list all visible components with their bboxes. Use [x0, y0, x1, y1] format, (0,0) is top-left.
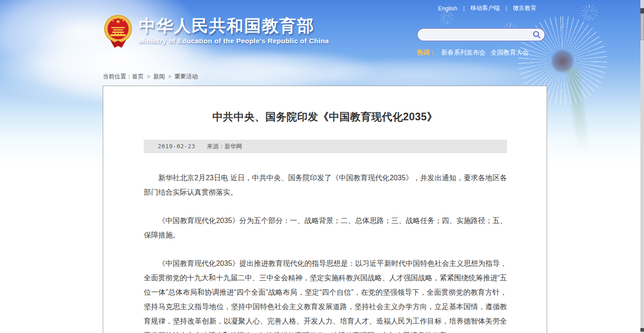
svg-text:★: ★: [122, 19, 124, 22]
breadcrumb-separator: >: [168, 73, 171, 80]
breadcrumb-news[interactable]: 新闻: [153, 73, 165, 81]
search-icon: [532, 30, 541, 39]
breadcrumb-label: 当前位置：: [103, 73, 132, 81]
article-source-label: 来源：: [207, 143, 224, 150]
nav-separator: |: [463, 5, 465, 11]
dandelion-core: [551, 50, 574, 73]
site-title-english: Ministry of Education of the People's Re…: [139, 37, 329, 45]
breadcrumb-home[interactable]: 首页: [132, 73, 144, 81]
site-logo[interactable]: ★ ★ ★ ★ ★ 中华人民共和国教育部 Ministry of Educati…: [104, 14, 329, 50]
national-emblem-icon: ★ ★ ★ ★ ★: [104, 14, 132, 50]
article-body: 新华社北京2月23日电 近日，中共中央、国务院印发了《中国教育现代化2035》，…: [144, 171, 507, 333]
top-nav: English | 移动客户端 | 微言教育: [438, 4, 536, 12]
search-input[interactable]: [418, 29, 529, 41]
article-title: 中共中央、国务院印发《中国教育现代化2035》: [103, 110, 547, 124]
article-meta-bar: 2019-02-23 来源：新华网: [144, 140, 507, 153]
hot-words-bar: 热词： 新春系列发布会 全国教育大会: [417, 49, 529, 57]
nav-link-mobile-client[interactable]: 移动客户端: [470, 4, 500, 12]
dandelion-seed: [439, 10, 455, 25]
article-container: 中共中央、国务院印发《中国教育现代化2035》 2019-02-23 来源：新华…: [103, 86, 547, 333]
article-date: 2019-02-23: [158, 143, 195, 150]
nav-link-english[interactable]: English: [438, 5, 457, 12]
scrollbar-down-button[interactable]: [640, 328, 644, 332]
scrollbar-up-button[interactable]: [640, 8, 644, 14]
article-source: 新华网: [224, 143, 242, 150]
breadcrumb-important-events[interactable]: 重要活动: [174, 73, 198, 81]
vertical-scrollbar[interactable]: [640, 0, 644, 333]
dandelion-seed: [580, 4, 598, 22]
breadcrumb-separator: >: [147, 73, 150, 80]
article-paragraph: 《中国教育现代化2035》分为五个部分：一、战略背景；二、总体思路；三、战略任务…: [144, 214, 507, 242]
article-paragraph: 《中国教育现代化2035》提出推进教育现代化的指导思想是：以习近平新时代中国特色…: [144, 256, 507, 333]
hot-word-link-national-edu-conf[interactable]: 全国教育大会: [491, 49, 529, 57]
breadcrumb: 当前位置： 首页 > 新闻 > 重要活动: [103, 73, 198, 81]
svg-text:★: ★: [114, 17, 117, 20]
search-button[interactable]: [529, 29, 544, 41]
nav-separator: |: [506, 5, 507, 11]
nav-link-weiyan-jiaoyu[interactable]: 微言教育: [513, 4, 536, 12]
svg-text:★: ★: [112, 19, 114, 22]
site-titles: 中华人民共和国教育部 Ministry of Education of the …: [139, 14, 329, 50]
article-paragraph: 新华社北京2月23日电 近日，中共中央、国务院印发了《中国教育现代化2035》，…: [144, 171, 507, 200]
hot-words-label: 热词：: [417, 49, 436, 57]
site-title-chinese: 中华人民共和国教育部: [139, 16, 329, 36]
scrollbar-thumb[interactable]: [640, 14, 644, 40]
search-box[interactable]: [417, 28, 545, 41]
svg-text:★: ★: [119, 17, 121, 20]
hot-word-link-spring-press[interactable]: 新春系列发布会: [441, 49, 485, 57]
